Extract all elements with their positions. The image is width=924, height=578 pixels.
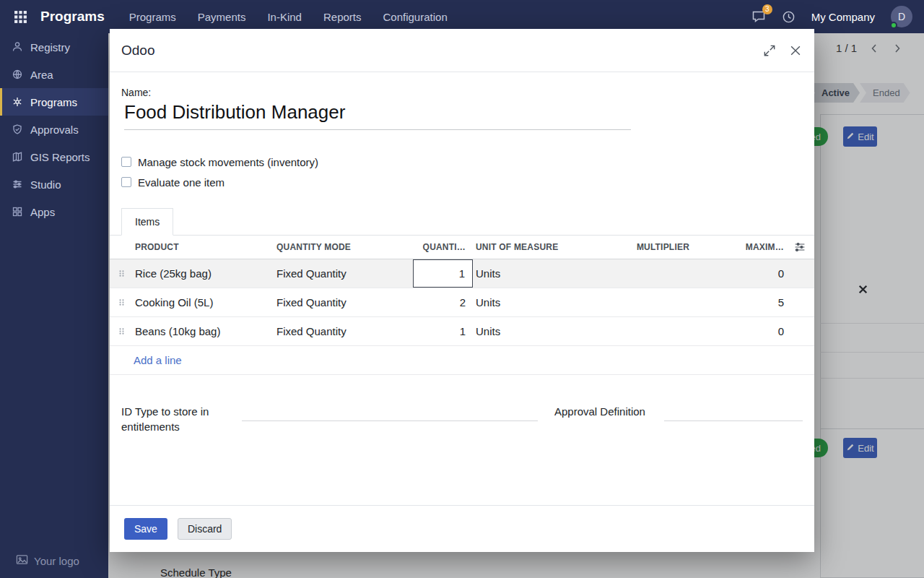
cell-maximum[interactable]: 0 [689, 317, 785, 345]
sidebar-item-area[interactable]: Area [0, 61, 108, 88]
sidebar-item-studio[interactable]: Studio [0, 171, 108, 198]
drag-handle-icon[interactable] [110, 259, 134, 288]
cell-maximum[interactable]: 0 [689, 259, 785, 288]
app-title: Programs [40, 9, 105, 25]
menu-item-reports[interactable]: Reports [323, 11, 362, 23]
dialog-body: Name: Manage stock movements (inventory)… [110, 72, 814, 505]
sidebar: Registry Area Programs Approvals GIS Rep… [0, 33, 108, 578]
sliders-icon [12, 178, 23, 190]
logo-text: Your logo [34, 555, 79, 567]
cell-uom[interactable]: Units [473, 317, 627, 345]
evaluate-one-item-checkbox[interactable] [121, 177, 131, 187]
menu-item-inkind[interactable]: In-Kind [267, 11, 302, 23]
cell-quantity-mode[interactable]: Fixed Quantity [275, 288, 413, 316]
menu-item-configuration[interactable]: Configuration [383, 11, 448, 23]
dialog-title: Odoo [121, 43, 154, 59]
cell-quantity-mode[interactable]: Fixed Quantity [275, 317, 413, 345]
items-table-header: PRODUCT QUANTITY MODE QUANTI… UNIT OF ME… [110, 236, 814, 259]
activity-clock-icon[interactable] [782, 10, 796, 24]
sidebar-item-registry[interactable]: Registry [0, 33, 108, 61]
manage-stock-checkbox-row: Manage stock movements (inventory) [121, 152, 803, 172]
cell-quantity-mode[interactable]: Fixed Quantity [275, 259, 413, 288]
sidebar-item-label: Approvals [30, 124, 79, 136]
company-switcher[interactable]: My Company [811, 11, 875, 23]
shield-check-icon [12, 124, 23, 135]
menu-item-payments[interactable]: Payments [198, 11, 246, 23]
cell-quantity-editing[interactable]: 1 [413, 259, 473, 288]
sidebar-item-programs[interactable]: Programs [0, 88, 108, 116]
cell-multiplier[interactable] [627, 317, 689, 345]
save-button[interactable]: Save [124, 518, 167, 540]
approval-definition-input[interactable] [664, 404, 803, 421]
sidebar-item-label: Studio [30, 178, 61, 191]
approval-definition-field-label: Approval Definition [554, 404, 661, 434]
col-header-unit-of-measure[interactable]: UNIT OF MEASURE [473, 236, 627, 259]
person-icon [12, 41, 23, 53]
user-avatar[interactable]: D [891, 6, 912, 27]
cell-uom[interactable]: Units [473, 259, 627, 288]
checkbox-label: Evaluate one item [138, 176, 225, 189]
notebook-tabs: Items [110, 208, 814, 236]
col-header-multiplier[interactable]: MULTIPLIER [627, 236, 689, 259]
col-header-maximum[interactable]: MAXIM… [689, 236, 785, 259]
messages-icon[interactable]: 3 [751, 9, 766, 24]
tab-items[interactable]: Items [121, 208, 173, 236]
grid-icon [12, 206, 23, 217]
expand-dialog-icon[interactable] [762, 43, 777, 58]
sidebar-item-label: Apps [30, 206, 55, 218]
map-icon [12, 151, 23, 163]
dialog-footer: Save Discard [110, 505, 814, 552]
items-table: PRODUCT QUANTITY MODE QUANTI… UNIT OF ME… [110, 236, 814, 375]
gear-icon [12, 96, 23, 108]
sidebar-item-gis-reports[interactable]: GIS Reports [0, 143, 108, 171]
globe-icon [12, 69, 23, 80]
manage-stock-checkbox[interactable] [121, 157, 131, 167]
col-header-quantity-mode[interactable]: QUANTITY MODE [275, 236, 413, 259]
cell-product[interactable]: Beans (10kg bag) [134, 317, 275, 345]
dialog-header: Odoo [110, 29, 814, 72]
optional-columns-icon[interactable] [785, 236, 814, 259]
col-header-quantity[interactable]: QUANTI… [413, 236, 473, 259]
cell-maximum[interactable]: 5 [689, 288, 785, 316]
discard-button[interactable]: Discard [178, 518, 232, 540]
sidebar-item-label: GIS Reports [30, 151, 90, 163]
drag-handle-icon[interactable] [110, 288, 134, 316]
extra-fields-row: ID Type to store in entitlements Approva… [110, 404, 814, 434]
cell-multiplier[interactable] [627, 259, 689, 288]
sidebar-item-label: Programs [30, 96, 77, 108]
col-header-product[interactable]: PRODUCT [134, 236, 275, 259]
id-type-field-label: ID Type to store in entitlements [121, 404, 230, 434]
top-menu: Programs Payments In-Kind Reports Config… [129, 11, 448, 23]
table-row: Beans (10kg bag) Fixed Quantity 1 Units … [110, 317, 814, 346]
program-name-input[interactable] [124, 100, 631, 130]
online-status-dot [890, 22, 897, 29]
id-type-input[interactable] [242, 404, 538, 421]
cell-multiplier[interactable] [627, 288, 689, 316]
avatar-initial: D [898, 11, 905, 22]
drag-handle-icon[interactable] [110, 317, 134, 345]
sidebar-item-label: Area [30, 69, 53, 81]
sidebar-item-label: Registry [30, 41, 70, 53]
table-row: Rice (25kg bag) Fixed Quantity 1 Units 0 [110, 259, 814, 288]
name-field-label: Name: [121, 87, 803, 98]
sidebar-item-apps[interactable]: Apps [0, 198, 108, 225]
apps-grid-icon[interactable] [12, 8, 29, 25]
messages-badge: 3 [762, 4, 772, 14]
cell-quantity[interactable]: 1 [413, 317, 473, 345]
company-logo-placeholder: Your logo [16, 553, 79, 568]
cell-product[interactable]: Rice (25kg bag) [134, 259, 275, 288]
close-dialog-icon[interactable] [788, 43, 803, 58]
edit-program-dialog: Odoo Name: Manage stock movements (inven… [110, 29, 814, 552]
cell-quantity[interactable]: 2 [413, 288, 473, 316]
cell-product[interactable]: Cooking Oil (5L) [134, 288, 275, 316]
menu-item-programs[interactable]: Programs [129, 11, 176, 23]
evaluate-one-item-checkbox-row: Evaluate one item [121, 172, 803, 192]
add-a-line-link[interactable]: Add a line [134, 354, 182, 366]
add-line-row: Add a line [110, 346, 814, 375]
table-row: Cooking Oil (5L) Fixed Quantity 2 Units … [110, 288, 814, 317]
cell-uom[interactable]: Units [473, 288, 627, 316]
image-placeholder-icon [16, 553, 28, 568]
checkbox-label: Manage stock movements (inventory) [138, 156, 318, 168]
sidebar-item-approvals[interactable]: Approvals [0, 116, 108, 143]
